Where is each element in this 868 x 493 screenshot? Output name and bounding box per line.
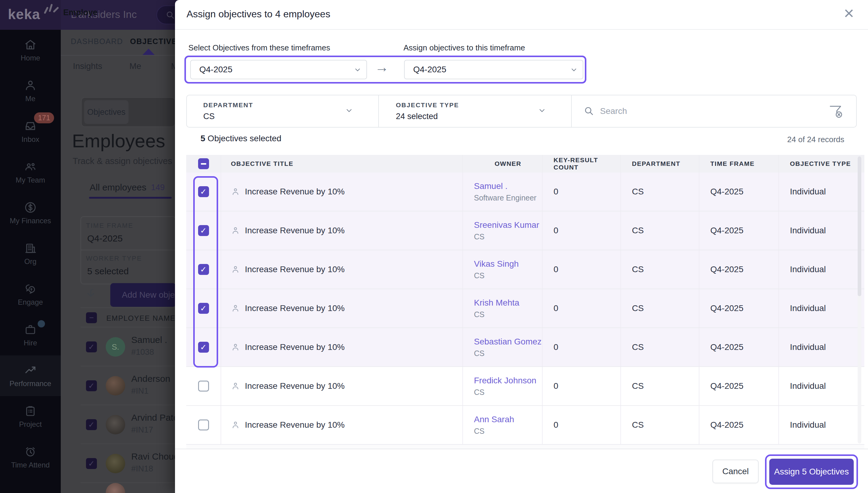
row-checkbox[interactable]: ✓ [198, 264, 209, 275]
select-all-employees-checkbox[interactable]: − [86, 312, 97, 323]
employee-checkbox[interactable]: ✓ [86, 380, 97, 391]
department: CS [621, 173, 699, 211]
employee-name[interactable]: Arvind Patel [131, 412, 181, 423]
toggle-objectives[interactable]: Objectives [84, 100, 128, 124]
chevron-down-icon[interactable] [538, 106, 546, 115]
to-timeframe-select[interactable]: Q4-2025 [404, 60, 583, 79]
column-header[interactable]: TIME FRAME [699, 155, 779, 173]
download-icon[interactable] [84, 287, 98, 301]
sidebar-item-performance[interactable]: Performance [0, 356, 61, 396]
objective-type: Individual [779, 367, 864, 405]
sidebar-item-my-team[interactable]: My Team [0, 152, 61, 193]
subtab-me[interactable]: Me [129, 61, 141, 71]
close-icon[interactable]: × [844, 4, 854, 22]
column-header[interactable]: KEY-RESULT COUNT [543, 155, 621, 173]
row-checkbox[interactable]: ✓ [198, 342, 209, 353]
sidebar-item-my-finances[interactable]: My Finances [0, 193, 61, 233]
department-filter-value[interactable]: CS [203, 112, 215, 121]
time-frame: Q4-2025 [699, 406, 779, 444]
sidebar-item-me[interactable]: Me [0, 70, 61, 111]
time-frame-value[interactable]: Q4-2025 [87, 233, 123, 243]
row-checkbox-cell: ✓ [186, 406, 221, 444]
owner-link[interactable]: Vikas Singh [474, 259, 518, 269]
owner-link[interactable]: Krish Mehta [474, 298, 519, 308]
employee-row[interactable]: ✓ Arvind Patel #IN17 [81, 405, 175, 444]
sidebar-item-engage[interactable]: Engage [0, 274, 61, 315]
objectives-employees-toggle: Objectives [81, 97, 175, 127]
assign-objectives-button[interactable]: Assign 5 Objectives [769, 459, 854, 485]
owner-link[interactable]: Samuel . [474, 181, 508, 191]
sidebar-label: My Team [16, 176, 45, 185]
objective-row[interactable]: ✓ Increase Revenue by 10% Krish Mehta CS… [186, 289, 864, 328]
sidebar-label: Engage [18, 298, 43, 306]
objective-row[interactable]: ✓ Increase Revenue by 10% Ann Sarah CS 0… [186, 406, 864, 445]
sidebar-label: Me [25, 94, 35, 103]
scrollbar-thumb[interactable] [858, 156, 861, 296]
add-new-objective-button[interactable]: Add New object [110, 283, 176, 307]
row-checkbox[interactable]: ✓ [198, 420, 209, 430]
time-frame: Q4-2025 [699, 250, 779, 288]
owner-link[interactable]: Ann Sarah [474, 415, 514, 424]
employee-row[interactable]: ✓ Ravi Choudh #IN18 [81, 444, 175, 483]
objective-title: Increase Revenue by 10% [245, 303, 344, 313]
key-result-count: 0 [543, 367, 621, 405]
row-checkbox[interactable]: ✓ [198, 225, 209, 236]
column-header[interactable]: DEPARTMENT [621, 155, 699, 173]
tab-dashboard[interactable]: DASHBOARD [71, 37, 123, 46]
sidebar-label: My Finances [10, 217, 51, 225]
owner-link[interactable]: Sebastian Gomez [474, 337, 542, 347]
table-divider [81, 307, 175, 308]
employee-name[interactable]: Anderson [131, 373, 170, 384]
search-input[interactable] [600, 103, 795, 119]
column-header[interactable]: OWNER [463, 155, 543, 173]
objective-title-cell: Increase Revenue by 10% [221, 367, 463, 405]
clear-filter-icon[interactable] [828, 104, 843, 119]
row-checkbox[interactable]: ✓ [198, 381, 209, 391]
sidebar-item-org[interactable]: Org [0, 233, 61, 274]
toggle-employees[interactable]: Employe [63, 8, 98, 17]
key-result-count: 0 [543, 289, 621, 327]
keka-logo: keka [8, 6, 40, 22]
assign-button-focus-ring: Assign 5 Objectives [765, 454, 858, 489]
sidebar-label: Home [21, 54, 40, 62]
objective-row[interactable]: ✓ Increase Revenue by 10% Fredick Johnso… [186, 367, 864, 406]
employee-row[interactable]: ✓ Anderson #IN1 [81, 366, 175, 405]
employee-checkbox[interactable]: ✓ [86, 419, 97, 430]
objective-type: Individual [779, 173, 864, 211]
employee-checkbox[interactable]: ✓ [86, 458, 97, 469]
employee-checkbox[interactable]: ✓ [86, 341, 97, 352]
sidebar-item-time-attend[interactable]: Time Attend [0, 437, 61, 477]
objective-row[interactable]: ✓ Increase Revenue by 10% Sebastian Gome… [186, 328, 864, 367]
person-icon [231, 343, 240, 352]
objective-row[interactable]: ✓ Increase Revenue by 10% Samuel . Softw… [186, 173, 864, 211]
employee-row[interactable]: ✓ S. Samuel . #1038 [81, 327, 175, 366]
sidebar-item-inbox[interactable]: 171 Inbox [0, 111, 61, 152]
department: CS [621, 367, 699, 405]
table-scrollbar[interactable] [858, 156, 861, 444]
sidebar-item-hire[interactable]: Hire [0, 315, 61, 356]
subtab-insights[interactable]: Insights [73, 61, 102, 71]
row-checkbox-cell: ✓ [186, 211, 221, 250]
row-checkbox[interactable]: ✓ [198, 303, 209, 314]
row-checkbox[interactable]: ✓ [198, 186, 209, 197]
filter-divider [571, 95, 572, 127]
worker-type-value[interactable]: 5 selected [87, 266, 129, 276]
objective-row[interactable]: ✓ Increase Revenue by 10% Vikas Singh CS… [186, 250, 864, 289]
from-timeframe-select[interactable]: Q4-2025 [190, 60, 367, 79]
sidebar-item-home[interactable]: Home [0, 30, 61, 70]
cancel-button[interactable]: Cancel [713, 459, 759, 483]
column-header[interactable]: OBJECTIVE TYPE [779, 155, 864, 173]
owner-link[interactable]: Fredick Johnson [474, 376, 536, 385]
objective-row[interactable]: ✓ Increase Revenue by 10% Sreenivas Kuma… [186, 211, 864, 250]
chevron-down-icon[interactable] [345, 106, 353, 115]
tab-all-employees[interactable]: All employees [90, 182, 146, 193]
objective-title: Increase Revenue by 10% [245, 342, 344, 352]
employee-name[interactable]: Samuel . [131, 335, 167, 345]
owner-link[interactable]: Sreenivas Kumar [474, 220, 539, 230]
column-header[interactable]: OBJECTIVE TITLE [221, 155, 463, 173]
department: CS [621, 211, 699, 250]
select-all-checkbox[interactable] [198, 158, 209, 169]
objective-type-filter-value[interactable]: 24 selected [396, 112, 438, 121]
logo-spark-icon [43, 2, 59, 16]
sidebar-item-project[interactable]: Project [0, 396, 61, 437]
